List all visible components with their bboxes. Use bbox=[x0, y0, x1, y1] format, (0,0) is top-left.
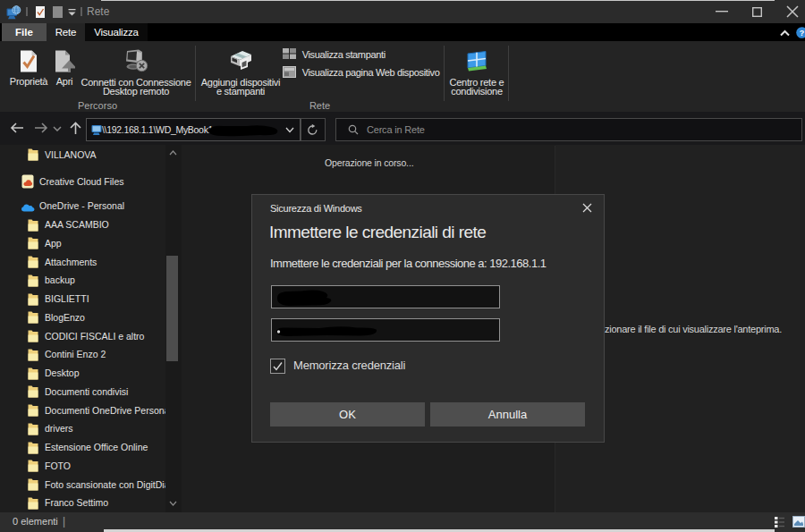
svg-text:?: ? bbox=[800, 29, 805, 38]
